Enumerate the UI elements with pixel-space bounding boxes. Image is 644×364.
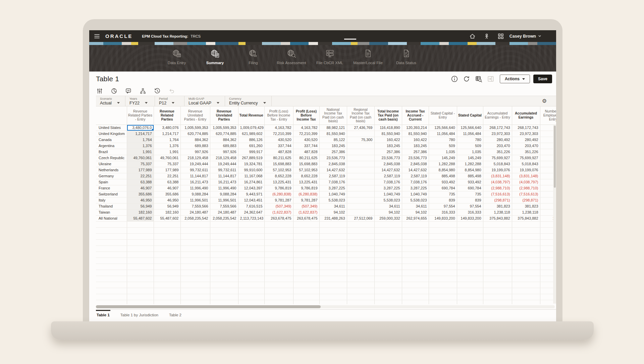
cell[interactable]: [264, 227, 293, 233]
cell[interactable]: 381,823: [512, 203, 540, 209]
cell[interactable]: [238, 258, 264, 264]
cell[interactable]: 2,058,235,542: [210, 215, 238, 221]
row-header[interactable]: [96, 276, 127, 282]
cell[interactable]: 231,488,263: [319, 215, 347, 221]
cell[interactable]: [429, 258, 457, 264]
cell[interactable]: 11,056,484: [429, 131, 457, 137]
cell[interactable]: [319, 270, 347, 276]
cell[interactable]: 8,652,228: [293, 173, 319, 179]
cell[interactable]: [293, 288, 319, 294]
row-header[interactable]: Canada: [96, 137, 127, 143]
cell[interactable]: [238, 282, 264, 288]
cell[interactable]: [347, 258, 374, 264]
cell[interactable]: 487,828: [264, 149, 293, 155]
cell[interactable]: 280,492: [512, 137, 540, 143]
cell[interactable]: 11,996,490: [180, 185, 210, 191]
cell[interactable]: 257,386: [402, 149, 429, 155]
nav-item-filing[interactable]: Filing: [234, 45, 272, 72]
cell[interactable]: [154, 264, 180, 270]
column-header[interactable]: Total Income Tax Paid (on cash basis): [374, 106, 402, 125]
cell[interactable]: [429, 239, 457, 245]
cell[interactable]: [180, 239, 210, 245]
cell[interactable]: [180, 264, 210, 270]
cell[interactable]: 46,907: [127, 185, 154, 191]
cell[interactable]: 56,949: [154, 203, 180, 209]
horizontal-scrollbar[interactable]: [96, 305, 555, 308]
cell[interactable]: 1,238,118: [483, 209, 512, 215]
cell[interactable]: 46,907: [154, 185, 180, 191]
cell[interactable]: 149,833,200: [457, 215, 483, 221]
column-header[interactable]: Number of Employees - Entry: [540, 106, 556, 125]
cell[interactable]: (507,349): [293, 203, 319, 209]
column-header[interactable]: Total Revenue: [238, 106, 264, 125]
cell[interactable]: [264, 294, 293, 300]
cell[interactable]: 24,180,487: [210, 209, 238, 215]
cell[interactable]: 63,388: [154, 179, 180, 185]
cell[interactable]: [180, 294, 210, 300]
cell[interactable]: [319, 233, 347, 239]
cell[interactable]: 27,436,769: [347, 125, 374, 131]
cell[interactable]: 23,972,303: [483, 131, 512, 137]
pov-years[interactable]: Years FY22: [125, 96, 155, 106]
cell[interactable]: 9,443,971: [238, 191, 264, 197]
cell[interactable]: 3,480,076.0: [127, 125, 154, 131]
cell[interactable]: 1,005,599,353: [210, 125, 238, 131]
cell[interactable]: 75,337: [154, 161, 180, 167]
cell[interactable]: [347, 264, 374, 270]
cell[interactable]: [347, 203, 374, 209]
refresh-icon[interactable]: [463, 75, 470, 83]
cell[interactable]: [512, 282, 540, 288]
cell[interactable]: 509: [457, 143, 483, 149]
cell[interactable]: 509: [429, 143, 457, 149]
cell[interactable]: 1,214,717: [154, 131, 180, 137]
cell[interactable]: [429, 270, 457, 276]
row-header[interactable]: [96, 221, 127, 227]
cell[interactable]: [457, 258, 483, 264]
cell[interactable]: [512, 233, 540, 239]
cell[interactable]: [512, 227, 540, 233]
row-header[interactable]: All National: [96, 215, 127, 221]
cell[interactable]: [347, 252, 374, 258]
row-header[interactable]: [96, 270, 127, 276]
row-header[interactable]: Argentina: [96, 143, 127, 149]
cell[interactable]: 81,550,940: [374, 131, 402, 137]
cell[interactable]: [127, 252, 154, 258]
cell[interactable]: [347, 131, 374, 137]
cell[interactable]: [293, 294, 319, 300]
cell[interactable]: [512, 276, 540, 282]
cell[interactable]: 88,982,121: [319, 125, 347, 131]
cell[interactable]: 620,774,885: [210, 131, 238, 137]
cell[interactable]: [429, 233, 457, 239]
pie-chart-icon[interactable]: [111, 88, 117, 94]
row-header[interactable]: [96, 282, 127, 288]
row-header[interactable]: Netherlands: [96, 167, 127, 173]
cell[interactable]: 1,035: [457, 149, 483, 155]
cell[interactable]: 839: [429, 197, 457, 203]
cell[interactable]: [264, 264, 293, 270]
cell[interactable]: [483, 288, 512, 294]
row-header[interactable]: Brazil: [96, 149, 127, 155]
cell[interactable]: [238, 245, 264, 252]
cell[interactable]: 11,996,501: [180, 197, 210, 203]
info-icon[interactable]: [451, 75, 458, 83]
cell[interactable]: [483, 264, 512, 270]
cell[interactable]: (2,988,710): [483, 185, 512, 191]
cell[interactable]: [293, 258, 319, 264]
cell[interactable]: [238, 221, 264, 227]
cell[interactable]: (507,349): [264, 203, 293, 209]
cell[interactable]: 145,249: [429, 155, 457, 161]
cell[interactable]: [154, 294, 180, 300]
cell[interactable]: 23,972,303: [512, 131, 540, 137]
cell[interactable]: [180, 288, 210, 294]
pov-period[interactable]: Period P12: [155, 96, 184, 106]
cell[interactable]: 160,422: [374, 137, 402, 143]
save-button[interactable]: Save: [533, 75, 552, 83]
cell[interactable]: [457, 294, 483, 300]
cell[interactable]: 9,088,284: [210, 191, 238, 197]
cell[interactable]: 1,005,599,353: [180, 125, 210, 131]
cell[interactable]: [127, 288, 154, 294]
cell[interactable]: [180, 258, 210, 264]
apps-grid-icon[interactable]: [497, 33, 504, 40]
cell[interactable]: [210, 258, 238, 264]
cell[interactable]: [293, 252, 319, 258]
